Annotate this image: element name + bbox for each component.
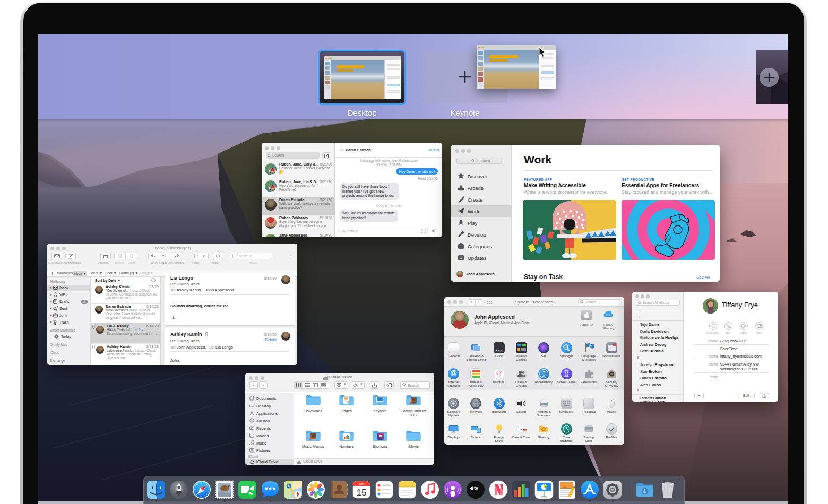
svg-text:15: 15 <box>357 488 367 498</box>
svg-text:JUN: JUN <box>359 482 365 485</box>
svg-text:tv: tv <box>474 485 478 491</box>
